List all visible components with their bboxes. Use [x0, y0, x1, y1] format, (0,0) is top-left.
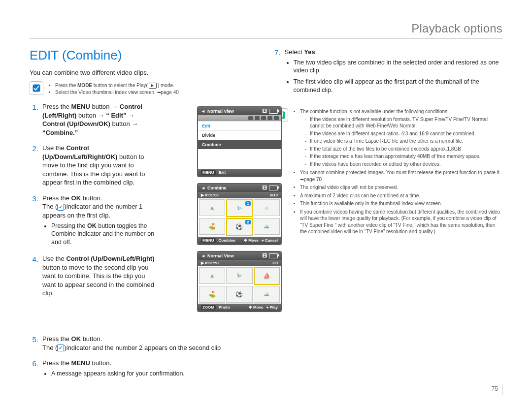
condition-item: If the storage media has less than appro… [305, 153, 502, 160]
note-item: This function is available only in the t… [300, 200, 502, 207]
check-icon [30, 81, 43, 95]
note-item: If you combine videos having the same re… [300, 209, 502, 235]
condition-item: If the videos are in different resolutio… [305, 116, 502, 129]
section-title: EDIT (Combine) [30, 48, 258, 63]
note-item: The original video clips will not be pre… [300, 184, 502, 191]
step-7: 7. Select Yes. The two video clips are c… [274, 48, 502, 97]
condition-item: If one video file is a Time Lapse REC fi… [305, 138, 502, 145]
menu-row-divide: Divide [198, 130, 281, 140]
step-3: 3Press the OK button.The (✓)indicator an… [30, 194, 158, 248]
menu-row-edit: Edit [198, 121, 281, 130]
lcd-normal-grid: ◄Normal View🎞 ▶ 0:01:582/9 ▲ ⛷ ⛵ ⛳ ⚽ ⛰ Z… [197, 251, 282, 312]
back-icon: ◄ [201, 253, 205, 258]
steps-list-wide: 5Press the OK button.The (✓)indicator an… [30, 335, 276, 386]
page-number: 75 [492, 383, 502, 395]
svg-rect-0 [33, 85, 40, 92]
battery-icon [269, 109, 278, 114]
mode-callout: Press the MODE button to select the Play… [30, 81, 258, 95]
condition-item: If the videos have been recorded or edit… [305, 161, 502, 168]
step-4: 4Use the Control (Up/Down/Left/Right) bu… [30, 254, 158, 298]
step-7-item: The first video clip will appear as the … [294, 78, 502, 94]
step-6: 6Press the MENU button.A message appears… [30, 359, 276, 378]
menu-row-combine: Combine [198, 140, 281, 149]
steps-list: 1Press the MENU button → Control (Left/R… [30, 102, 158, 298]
step-1: 1Press the MENU button → Control (Left/R… [30, 102, 158, 137]
intro-text: You can combine two different video clip… [30, 69, 258, 76]
step-2: 2Use the Control (Up/Down/Left/Right/OK)… [30, 144, 158, 187]
back-icon: ◄ [201, 186, 205, 190]
note-item: A maximum of 2 video clips can be combin… [300, 192, 502, 199]
condition-item: If the total size of the two files to be… [305, 146, 502, 153]
mode-callout-list: Press the MODE button to select the Play… [48, 82, 179, 95]
step-5: 5Press the OK button.The (✓)indicator an… [30, 335, 276, 352]
fine-print: The combine function is not available un… [293, 108, 502, 237]
lcd-previews: ◄Normal View🎞 Edit Divide Combine MENUEx… [197, 106, 280, 318]
step-7-num: 7. [274, 48, 281, 97]
note-item: You cannot combine protected images. You… [300, 169, 502, 183]
condition-item: If the videos are in different aspect ra… [305, 130, 502, 137]
play-icon [149, 83, 157, 89]
lcd-menu-edit: ◄Normal View🎞 Edit Divide Combine MENUEx… [197, 106, 282, 177]
battery-icon [269, 186, 278, 190]
page-header: Playback options [30, 22, 502, 35]
back-icon: ◄ [201, 109, 205, 114]
step-7-item: The two video clips are combined in the … [294, 59, 502, 75]
lcd-combine-grid: ◄Combine🎞 ▶ 0:01:036/10 ▲ ⛷1 ☼ ⛳ ⚽2 ⛰ ME… [197, 183, 282, 245]
battery-icon [269, 253, 278, 258]
fine-print-callout: The combine function is not available un… [274, 108, 502, 237]
